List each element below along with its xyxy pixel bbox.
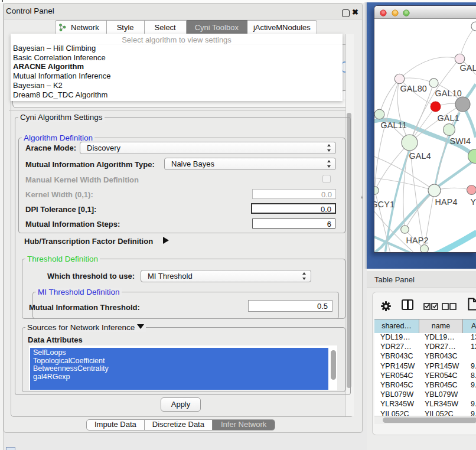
svg-text:HAP4: HAP4 (435, 197, 458, 207)
svg-text:GCY1: GCY1 (374, 200, 395, 209)
svg-text:YM: YM (471, 197, 476, 207)
svg-text:GAL4: GAL4 (409, 151, 431, 161)
svg-text:GAL1: GAL1 (438, 113, 459, 123)
svg-text:HAP2: HAP2 (406, 236, 429, 245)
svg-text:GAL10: GAL10 (435, 89, 462, 98)
svg-text:GAL11: GAL11 (381, 120, 407, 130)
svg-text:GAL80: GAL80 (400, 84, 428, 93)
svg-text:SWI4: SWI4 (450, 136, 471, 146)
svg-text:GAL7: GAL7 (460, 63, 476, 73)
